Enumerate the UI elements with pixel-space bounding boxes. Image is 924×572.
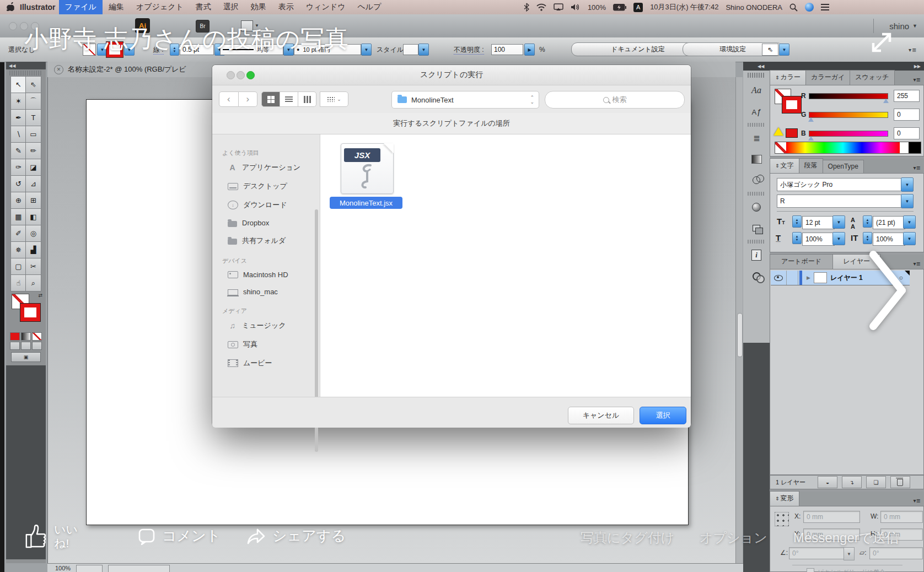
gamut-swatch[interactable] — [786, 128, 798, 138]
color-stroke-chip[interactable] — [782, 96, 801, 113]
sidebar-item-ダウンロード[interactable]: ↓ダウンロード — [212, 196, 320, 214]
sidebar-item-ミュージック[interactable]: ♫ミュージック — [212, 316, 320, 335]
eyedropper-tool[interactable]: ✐ — [10, 225, 26, 242]
slider-marker-icon[interactable] — [808, 117, 814, 122]
zoom-tool[interactable]: ⌕ — [25, 274, 41, 292]
spectrum-none-chip[interactable] — [775, 142, 786, 153]
column-view-button[interactable] — [298, 91, 316, 107]
menu-書式[interactable]: 書式 — [190, 0, 217, 14]
color-button[interactable] — [10, 332, 20, 341]
font-family-dropdown-icon[interactable]: ▼ — [901, 177, 914, 192]
type-tool[interactable]: T — [25, 109, 41, 126]
swap-fill-stroke-icon[interactable]: ⇄ — [38, 293, 42, 298]
leading-dropdown-icon[interactable]: ▼ — [903, 215, 916, 229]
transparency-panel-icon[interactable] — [743, 170, 770, 191]
color-panel-menu-icon[interactable]: ▾≣ — [910, 77, 924, 85]
select-similar-button[interactable]: ⇖▼ — [762, 37, 789, 62]
share-button[interactable]: シェアする — [246, 526, 346, 546]
send-messenger-button[interactable]: Messengerで送信 — [793, 529, 899, 547]
menu-編集[interactable]: 編集 — [103, 0, 130, 14]
pencil-tool[interactable]: ✏ — [25, 142, 41, 159]
choose-button[interactable]: 選択 — [640, 407, 686, 424]
status-dropdown[interactable] — [76, 565, 103, 572]
font-size-stepper[interactable]: ▲▼ — [792, 215, 802, 228]
graph-tool[interactable]: ▟ — [25, 241, 41, 258]
airplay-display-icon[interactable] — [554, 3, 563, 11]
font-style-dropdown-icon[interactable]: ▼ — [901, 194, 914, 208]
menu-選択[interactable]: 選択 — [217, 0, 245, 14]
pen-tool[interactable]: ✒ — [10, 109, 26, 126]
layer-name[interactable]: レイヤー 1 — [830, 273, 863, 283]
magic-wand-tool[interactable]: ✶ — [10, 93, 26, 110]
sidebar-item-Macintosh HD[interactable]: Macintosh HD — [212, 266, 320, 283]
dialog-minimize-button[interactable] — [237, 71, 245, 79]
spectrum-white-chip[interactable] — [900, 142, 909, 153]
slider-marker-icon[interactable] — [808, 136, 814, 141]
tab-character[interactable]: ⇕文字 — [770, 158, 799, 173]
globe-menu-icon[interactable] — [805, 3, 814, 12]
font-size-dropdown-icon[interactable]: ▼ — [832, 215, 845, 229]
window-close-button[interactable] — [9, 22, 17, 30]
sidebar-item-ムービー[interactable]: ムービー — [212, 354, 320, 373]
font-style-field[interactable]: R — [777, 195, 902, 208]
next-photo-chevron[interactable] — [866, 249, 910, 332]
delete-layer-button[interactable] — [890, 476, 910, 488]
appearance-panel-icon[interactable] — [743, 197, 770, 218]
layer-visibility-toggle[interactable] — [771, 271, 787, 285]
like-button[interactable]: いい ね! — [24, 522, 78, 550]
layer-lock-toggle[interactable] — [787, 271, 798, 285]
menu-ヘルプ[interactable]: ヘルプ — [352, 0, 388, 14]
options-button[interactable]: オプション — [700, 529, 767, 547]
shape-builder-tool[interactable]: ⊕ — [10, 192, 26, 209]
rotate-field[interactable]: 0° — [789, 547, 846, 559]
paintbrush-tool[interactable]: ✎ — [10, 142, 26, 159]
tab-transform[interactable]: ⇕変形 — [770, 491, 799, 506]
bluetooth-icon[interactable] — [524, 3, 529, 12]
fullscreen-icon[interactable] — [869, 30, 894, 55]
leading-stepper[interactable]: ▲▼ — [863, 215, 872, 228]
w-field[interactable]: 0 mm — [880, 511, 923, 523]
tab-color[interactable]: ⇕カラー — [770, 70, 806, 85]
blend-tool[interactable]: ◎ — [25, 225, 41, 242]
style-dropdown[interactable]: ▼ — [403, 37, 429, 62]
pixel-grid-checkbox[interactable] — [807, 568, 814, 572]
menu-オブジェクト[interactable]: オブジェクト — [130, 0, 190, 14]
wifi-icon[interactable] — [536, 3, 546, 11]
tag-photo-button[interactable]: 写真にタグ付け — [581, 529, 674, 547]
scale-tool[interactable]: ⊿ — [25, 175, 41, 192]
sidebar-item-共有フォルダ[interactable]: 共有フォルダ — [212, 231, 320, 250]
dialog-title-bar[interactable]: スクリプトの実行 — [212, 65, 691, 85]
eraser-tool[interactable]: ◪ — [25, 159, 41, 176]
folder-dropdown[interactable]: MonolineText ⌃⌄ — [391, 91, 539, 109]
new-sublayer-button[interactable]: ↴ — [842, 476, 862, 488]
jsx-file-icon[interactable]: JSX — [341, 143, 394, 194]
stroke-color-chip[interactable] — [20, 304, 40, 321]
character-styles-panel-icon[interactable]: Aa — [743, 80, 770, 101]
document-close-icon[interactable]: ✕ — [54, 65, 63, 74]
draw-inside-button[interactable] — [32, 342, 42, 350]
v-scale-stepper[interactable]: ▲▼ — [863, 232, 872, 244]
selection-tool[interactable]: ↖ — [10, 76, 26, 93]
sidebar-item-写真[interactable]: 写真 — [212, 335, 320, 354]
direct-selection-tool[interactable]: ⇖ — [25, 76, 41, 93]
gamut-warning-icon[interactable] — [773, 127, 783, 136]
draw-behind-button[interactable] — [21, 342, 31, 350]
gradient-button[interactable] — [21, 332, 31, 341]
opacity-field[interactable]: 100 — [491, 37, 523, 62]
tools-panel-collapse-icon[interactable]: ◀◀ — [6, 62, 46, 69]
tab-color-guide[interactable]: カラーガイ — [805, 70, 850, 85]
font-size-field[interactable]: 12 pt — [802, 216, 835, 229]
zoom-level[interactable]: 100% — [55, 565, 71, 571]
slider-marker-icon[interactable] — [883, 99, 889, 103]
gradient-tool[interactable]: ◧ — [25, 208, 41, 225]
document-tab-title[interactable]: 名称未設定-2* @ 100% (RGB/プレビ — [68, 64, 186, 74]
glyphs-panel-icon[interactable]: Aƒ — [743, 101, 770, 122]
menubar-clock[interactable]: 10月3日(水) 午後7:42 — [650, 2, 718, 12]
tools-panel-grip[interactable] — [9, 71, 42, 75]
slice-tool[interactable]: ✂ — [25, 258, 41, 275]
sidebar-item-アプリケーション[interactable]: Aアプリケーション — [212, 158, 320, 177]
h-scale-field[interactable]: 100% — [802, 233, 835, 246]
list-view-button[interactable] — [280, 91, 298, 107]
leading-field[interactable]: (21 pt) — [873, 216, 905, 229]
transform-panel-menu-icon[interactable]: ▾≣ — [910, 498, 924, 506]
